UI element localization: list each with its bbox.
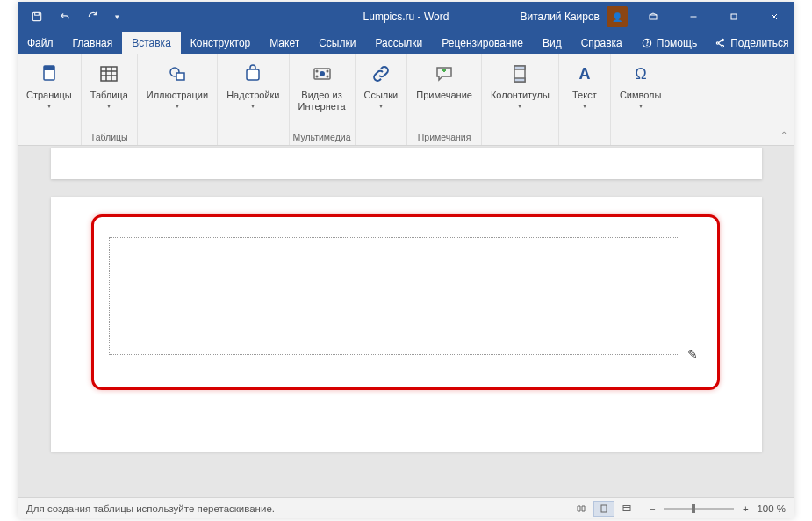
svg-rect-21 xyxy=(176,73,184,80)
links-button[interactable]: Ссылки ▾ xyxy=(359,58,404,112)
tab-mailings[interactable]: Рассылки xyxy=(365,32,432,54)
comment-button[interactable]: Примечание xyxy=(411,58,478,103)
help-button[interactable]: Помощь xyxy=(632,37,706,49)
zoom-value[interactable]: 100 % xyxy=(757,503,786,514)
svg-rect-15 xyxy=(101,67,117,81)
print-layout-button[interactable] xyxy=(593,501,614,517)
svg-rect-22 xyxy=(247,69,259,80)
svg-point-10 xyxy=(722,45,723,47)
qat-customize-button[interactable]: ▾ xyxy=(109,4,125,29)
svg-point-9 xyxy=(722,39,723,40)
svg-point-28 xyxy=(327,76,328,77)
zoom-in-button[interactable]: + xyxy=(739,503,751,514)
comments-group-label: Примечания xyxy=(411,130,478,145)
titlebar-right: Виталий Каиров 👤 xyxy=(513,2,794,32)
tab-review[interactable]: Рецензирование xyxy=(432,32,533,54)
text-icon: A xyxy=(571,60,599,88)
view-mode-buttons xyxy=(571,501,637,517)
maximize-button[interactable] xyxy=(714,2,754,32)
group-illustrations: Иллюстрации ▾ xyxy=(138,54,218,145)
zoom-out-button[interactable]: − xyxy=(646,503,658,514)
zoom-control: − + 100 % xyxy=(646,503,786,514)
pages-button[interactable]: Страницы ▾ xyxy=(21,58,77,112)
status-bar: Для создания таблицы используйте перетас… xyxy=(18,497,794,518)
svg-point-8 xyxy=(716,42,718,44)
online-video-button[interactable]: Видео из Интернета xyxy=(293,58,351,114)
addins-label: Надстройки xyxy=(226,90,279,101)
table-icon xyxy=(95,60,123,88)
menu-bar: Файл Главная Вставка Конструктор Макет С… xyxy=(18,32,794,54)
tab-design[interactable]: Конструктор xyxy=(181,32,260,54)
tab-view[interactable]: Вид xyxy=(533,32,571,54)
addins-button[interactable]: Надстройки ▾ xyxy=(221,58,284,112)
collapse-ribbon-button[interactable]: ⌃ xyxy=(780,130,787,140)
tab-layout[interactable]: Макет xyxy=(260,32,309,54)
omega-icon: Ω xyxy=(627,60,655,88)
pages-label: Страницы xyxy=(26,90,72,101)
chevron-down-icon: ▾ xyxy=(379,102,383,110)
read-mode-button[interactable] xyxy=(571,501,592,517)
svg-rect-14 xyxy=(44,66,54,70)
symbols-button[interactable]: Ω Символы ▾ xyxy=(614,58,667,112)
tab-insert[interactable]: Вставка xyxy=(122,32,181,54)
headerfooter-button[interactable]: Колонтитулы ▾ xyxy=(485,58,555,112)
group-pages: Страницы ▾ xyxy=(18,54,82,145)
user-name[interactable]: Виталий Каиров xyxy=(513,11,607,23)
undo-button[interactable] xyxy=(53,4,77,29)
video-icon xyxy=(308,60,336,88)
svg-line-12 xyxy=(719,44,722,46)
document-area[interactable]: ✎ xyxy=(18,146,794,497)
svg-point-27 xyxy=(327,70,328,72)
tables-group-label: Таблицы xyxy=(85,130,133,145)
svg-point-26 xyxy=(316,76,318,77)
table-button[interactable]: Таблица ▾ xyxy=(85,58,133,112)
tab-help[interactable]: Справка xyxy=(571,32,632,54)
svg-rect-37 xyxy=(623,505,630,510)
autosave-icon[interactable] xyxy=(25,4,49,29)
zoom-slider[interactable] xyxy=(664,508,734,510)
ribbon: Страницы ▾ Таблица ▾ Таблицы xyxy=(18,54,794,146)
table-draft-outline: ✎ xyxy=(109,237,679,355)
addins-icon xyxy=(239,60,267,88)
minimize-button[interactable] xyxy=(673,2,714,32)
page-previous xyxy=(51,148,762,179)
svg-rect-3 xyxy=(731,14,737,19)
tab-home[interactable]: Главная xyxy=(63,32,123,54)
chevron-down-icon: ▾ xyxy=(107,102,111,110)
link-icon xyxy=(367,60,395,88)
help-label: Помощь xyxy=(657,37,697,49)
app-window: ▾ Lumpics.ru - Word Виталий Каиров 👤 Фай… xyxy=(18,2,794,518)
headerfooter-label: Колонтитулы xyxy=(491,90,550,101)
tab-references[interactable]: Ссылки xyxy=(309,32,365,54)
group-tables: Таблица ▾ Таблицы xyxy=(82,54,138,145)
zoom-thumb[interactable] xyxy=(692,504,695,513)
draw-cursor-icon: ✎ xyxy=(687,347,698,361)
svg-rect-36 xyxy=(601,505,607,512)
group-headerfooter: Колонтитулы ▾ xyxy=(482,54,559,145)
ribbon-options-button[interactable] xyxy=(633,2,673,32)
page-icon xyxy=(35,60,63,88)
text-button[interactable]: A Текст ▾ xyxy=(563,58,607,112)
svg-line-11 xyxy=(719,40,722,42)
redo-button[interactable] xyxy=(81,4,105,29)
chevron-down-icon: ▾ xyxy=(583,102,586,110)
svg-rect-33 xyxy=(514,78,525,82)
avatar[interactable]: 👤 xyxy=(607,6,628,27)
web-layout-button[interactable] xyxy=(616,501,637,517)
illustrations-button[interactable]: Иллюстрации ▾ xyxy=(141,58,213,112)
tab-file[interactable]: Файл xyxy=(18,32,63,54)
header-footer-icon xyxy=(506,60,534,88)
group-text: A Текст ▾ xyxy=(559,54,611,145)
svg-point-7 xyxy=(646,45,647,46)
chevron-down-icon: ▾ xyxy=(639,102,643,110)
svg-rect-0 xyxy=(32,12,40,20)
share-button[interactable]: Поделиться xyxy=(706,37,797,49)
media-group-label: Мультимедиа xyxy=(293,130,351,145)
svg-rect-32 xyxy=(514,66,525,69)
group-media: Видео из Интернета Мультимедиа xyxy=(290,54,356,145)
media-label: Видео из Интернета xyxy=(298,90,346,112)
chevron-down-icon: ▾ xyxy=(251,102,255,110)
quick-access-toolbar: ▾ xyxy=(18,4,125,29)
chevron-down-icon: ▾ xyxy=(47,102,51,110)
close-button[interactable] xyxy=(754,2,794,32)
